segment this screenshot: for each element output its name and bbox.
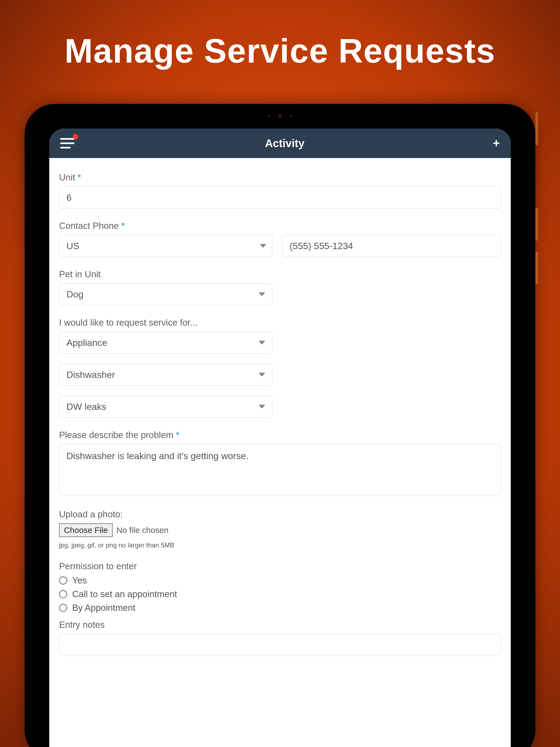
permission-option-appointment[interactable]: By Appointment — [59, 602, 501, 613]
choose-file-button[interactable]: Choose File — [59, 523, 113, 537]
permission-label: Permission to enter — [59, 561, 501, 571]
app-header: Activity + — [49, 129, 511, 158]
service-issue-value: DW leaks — [59, 396, 272, 418]
upload-field: Upload a photo: Choose File No file chos… — [59, 509, 501, 549]
permission-option-yes[interactable]: Yes — [59, 575, 501, 586]
unit-label: Unit * — [59, 172, 501, 183]
required-marker: * — [78, 172, 81, 182]
radio-label: Call to set an appointment — [72, 589, 177, 599]
entry-notes-label: Entry notes — [59, 620, 501, 630]
radio-label: Yes — [72, 575, 87, 586]
permission-field: Permission to enter Yes Call to set an a… — [59, 561, 501, 613]
add-button[interactable]: + — [493, 137, 500, 149]
pet-label: Pet in Unit — [59, 269, 501, 279]
required-marker: * — [176, 430, 179, 440]
radio-label: By Appointment — [72, 602, 135, 613]
header-title: Activity — [265, 137, 305, 150]
entry-notes-field: Entry notes — [59, 620, 501, 656]
pet-value: Dog — [59, 283, 272, 305]
app-screen: Activity + Unit * Contact Phone * US — [49, 129, 511, 747]
tablet-frame: Activity + Unit * Contact Phone * US — [25, 104, 535, 747]
file-status: No file chosen — [117, 525, 169, 535]
country-select[interactable]: US — [59, 235, 272, 257]
service-label: I would like to request service for... — [59, 317, 501, 328]
service-item-select[interactable]: Dishwasher — [59, 364, 272, 386]
entry-notes-input[interactable] — [59, 634, 501, 656]
pet-field: Pet in Unit Dog — [59, 269, 501, 305]
country-value: US — [59, 235, 272, 257]
unit-field: Unit * — [59, 172, 501, 209]
plus-icon: + — [493, 136, 500, 150]
phone-input[interactable] — [282, 235, 501, 257]
service-item-value: Dishwasher — [59, 364, 272, 386]
service-category-value: Appliance — [59, 332, 272, 354]
service-field: I would like to request service for... A… — [59, 317, 501, 418]
unit-input[interactable] — [59, 186, 501, 209]
file-hint: jpg, jpeg, gif, or png no larger than 5M… — [59, 541, 501, 549]
menu-button[interactable] — [60, 137, 77, 150]
required-marker: * — [121, 221, 125, 231]
service-category-select[interactable]: Appliance — [59, 332, 272, 354]
notification-dot-icon — [73, 134, 78, 139]
problem-textarea[interactable] — [59, 444, 501, 496]
page-title: Manage Service Requests — [0, 0, 560, 70]
permission-option-call[interactable]: Call to set an appointment — [59, 589, 501, 599]
hamburger-icon — [60, 147, 71, 149]
radio-icon — [59, 576, 67, 585]
upload-label: Upload a photo: — [59, 509, 501, 519]
pet-select[interactable]: Dog — [59, 283, 272, 305]
service-request-form: Unit * Contact Phone * US Pet in Unit — [49, 158, 511, 747]
radio-icon — [59, 590, 67, 598]
radio-icon — [59, 604, 67, 612]
hamburger-icon — [60, 143, 74, 144]
problem-field: Please describe the problem * — [59, 430, 501, 497]
phone-label: Contact Phone * — [59, 221, 501, 231]
problem-label: Please describe the problem * — [59, 430, 501, 440]
phone-field: Contact Phone * US — [59, 221, 501, 257]
hamburger-icon — [60, 138, 74, 140]
service-issue-select[interactable]: DW leaks — [59, 396, 272, 418]
